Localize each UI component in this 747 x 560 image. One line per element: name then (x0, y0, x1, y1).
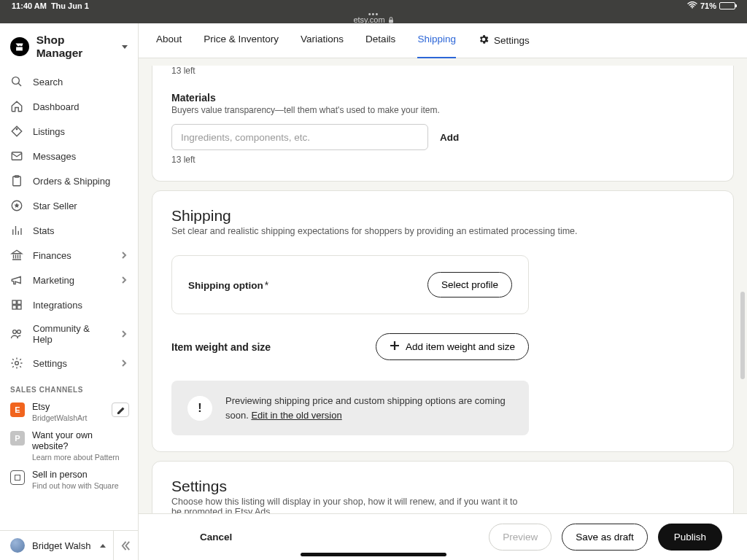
main-content: About Price & Inventory Variations Detai… (139, 23, 747, 560)
lock-icon (388, 17, 394, 23)
settings-card: Settings Choose how this listing will di… (152, 461, 734, 513)
shipping-notice: ! Previewing shipping price and custom s… (171, 381, 529, 435)
sidebar-footer[interactable]: Bridget Walsh (0, 530, 138, 560)
sidebar-item-messages[interactable]: Messages (0, 144, 138, 168)
sidebar-label: Settings (33, 358, 67, 369)
collapse-sidebar-button[interactable] (113, 531, 138, 560)
star-badge-icon (10, 199, 23, 212)
required-asterisk: * (263, 279, 268, 291)
clipboard-icon (10, 174, 23, 187)
sidebar-item-orders[interactable]: Orders & Shipping (0, 168, 138, 193)
shipping-title: Shipping (171, 207, 714, 225)
channel-etsy[interactable]: E Etsy BridgetWalshArt (0, 398, 138, 427)
sidebar-label: Integrations (33, 300, 82, 311)
edit-old-version-link[interactable]: Edit in the old version (251, 410, 341, 421)
svg-rect-11 (18, 306, 21, 309)
shop-logo-icon (10, 37, 29, 56)
sidebar-item-integrations[interactable]: Integrations (0, 292, 138, 317)
search-icon (10, 75, 23, 88)
grid-icon (10, 298, 23, 311)
preview-button[interactable]: Preview (489, 524, 551, 551)
add-materials-button[interactable]: Add (440, 132, 459, 143)
tab-about[interactable]: About (156, 23, 182, 58)
sidebar-label: Orders & Shipping (33, 176, 110, 187)
tab-price-inventory[interactable]: Price & Inventory (204, 23, 279, 58)
scrollbar[interactable] (740, 292, 745, 379)
sidebar-item-dashboard[interactable]: Dashboard (0, 94, 138, 119)
sidebar-item-stats[interactable]: Stats (0, 218, 138, 243)
channel-title: Want your own website? (32, 430, 128, 453)
info-icon: ! (187, 396, 212, 421)
home-icon (10, 100, 23, 113)
sidebar-label: Listings (33, 126, 65, 137)
materials-title: Materials (171, 92, 714, 104)
tab-shipping[interactable]: Shipping (417, 23, 456, 58)
edit-channel-button[interactable] (112, 402, 129, 417)
sidebar-label: Messages (33, 151, 76, 162)
sidebar-label: Stats (33, 225, 55, 236)
tab-variations[interactable]: Variations (301, 23, 344, 58)
sidebar-nav: Search Dashboard Listings Messages Order… (0, 69, 138, 530)
safari-toolbar: ••• etsy.com (0, 12, 747, 23)
channel-sub: Find out how with Square (32, 481, 118, 491)
tab-settings[interactable]: Settings (478, 23, 530, 58)
caret-up-icon (100, 544, 106, 548)
caret-down-icon (122, 45, 128, 49)
materials-input[interactable] (171, 124, 428, 150)
sidebar-label: Star Seller (33, 201, 77, 211)
sidebar-item-star-seller[interactable]: Star Seller (0, 193, 138, 218)
channel-pattern[interactable]: P Want your own website? Learn more abou… (0, 427, 138, 466)
tab-label: Settings (494, 35, 530, 46)
wifi-icon (687, 1, 697, 10)
battery-icon (719, 2, 735, 9)
sidebar-item-community[interactable]: Community & Help (0, 317, 138, 351)
status-time: 11:40 AM (12, 1, 47, 10)
cancel-button[interactable]: Cancel (200, 532, 232, 542)
content-scroll[interactable]: 13 left Materials Buyers value transpare… (139, 58, 747, 513)
battery-percent: 71% (700, 1, 716, 10)
sidebar-item-search[interactable]: Search (0, 69, 138, 94)
bank-icon (10, 249, 23, 262)
tag-icon (10, 125, 23, 138)
svg-rect-1 (389, 20, 393, 23)
svg-point-14 (15, 362, 19, 365)
svg-point-12 (13, 330, 17, 334)
sidebar-item-marketing[interactable]: Marketing (0, 268, 138, 292)
user-avatar (10, 538, 25, 553)
svg-point-2 (12, 77, 20, 85)
sidebar-item-finances[interactable]: Finances (0, 243, 138, 268)
channel-title: Etsy (32, 402, 87, 413)
select-profile-button[interactable]: Select profile (427, 272, 512, 298)
mail-icon (10, 149, 23, 163)
etsy-badge-icon: E (10, 402, 25, 417)
tab-details[interactable]: Details (365, 23, 395, 58)
square-badge-icon (10, 470, 25, 485)
save-draft-button[interactable]: Save as draft (562, 524, 648, 551)
home-indicator[interactable] (301, 553, 446, 556)
item-weight-label: Item weight and size (171, 341, 271, 353)
svg-rect-5 (13, 176, 21, 186)
channel-title: Sell in person (32, 470, 118, 481)
add-weight-button[interactable]: Add item weight and size (376, 333, 529, 360)
materials-left: 13 left (171, 155, 714, 165)
channel-sub: BridgetWalshArt (32, 413, 87, 423)
publish-button[interactable]: Publish (658, 524, 722, 551)
svg-point-0 (692, 7, 693, 9)
sidebar-item-listings[interactable]: Listings (0, 119, 138, 144)
shipping-card: Shipping Set clear and realistic shippin… (152, 190, 734, 452)
svg-rect-8 (12, 300, 16, 304)
chevron-right-icon (120, 358, 128, 369)
sidebar-item-settings[interactable]: Settings (0, 351, 138, 376)
channel-square[interactable]: Sell in person Find out how with Square (0, 466, 138, 494)
url-host[interactable]: etsy.com (353, 18, 384, 23)
plus-icon (390, 341, 400, 353)
sidebar-label: Finances (33, 250, 71, 261)
chevron-right-icon (120, 275, 128, 286)
channel-sub: Learn more about Pattern (32, 453, 128, 462)
sidebar-label: Marketing (33, 275, 74, 286)
svg-rect-9 (18, 300, 21, 304)
shop-manager-header[interactable]: Shop Manager (0, 23, 138, 69)
shop-manager-title: Shop Manager (36, 34, 113, 60)
sidebar: Shop Manager Search Dashboard Listings M… (0, 23, 139, 560)
sales-channels-label: SALES CHANNELS (0, 376, 138, 398)
